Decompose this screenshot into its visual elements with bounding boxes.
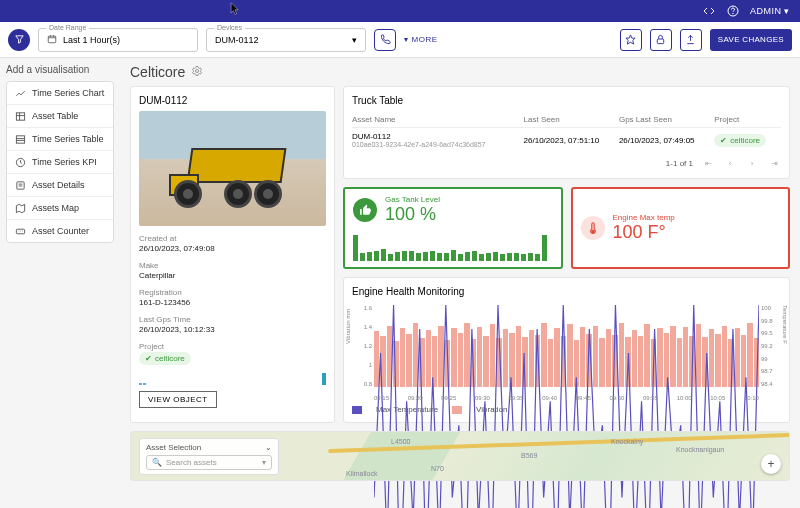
chevron-down-icon: ▾: [352, 35, 357, 45]
project-badge: ✔celticore: [139, 352, 191, 365]
table-icon: [14, 110, 26, 122]
truck-table-title: Truck Table: [352, 95, 781, 106]
page-last[interactable]: ⇥: [767, 156, 781, 170]
page-prev[interactable]: ‹: [723, 156, 737, 170]
gas-tank-sparkline: [353, 235, 553, 261]
table-head: Asset NameLast SeenGps Last SeenProject: [352, 112, 781, 128]
svg-rect-2: [48, 36, 56, 43]
assets-map[interactable]: L4500 B569 N70 Knockainy Kilmallock Knoc…: [130, 431, 790, 481]
asset-search-input[interactable]: 🔍Search assets▾: [146, 455, 272, 470]
devices-label: Devices: [214, 24, 245, 31]
y-right-label: Temperature F: [782, 305, 788, 344]
svg-point-1: [733, 13, 734, 14]
project-badge: ✔celticore: [714, 134, 766, 147]
table-icon: [14, 133, 26, 145]
chevron-down-icon: ▾: [262, 458, 266, 467]
vis-time-series-table[interactable]: Time Series Table: [7, 128, 113, 151]
admin-menu[interactable]: ADMIN ▾: [750, 6, 790, 16]
vis-asset-counter[interactable]: Asset Counter: [7, 220, 113, 242]
asset-meta: Created at26/10/2023, 07:49:08 MakeCater…: [139, 234, 326, 365]
gear-icon[interactable]: [191, 64, 203, 80]
vis-asset-details[interactable]: Asset Details: [7, 174, 113, 197]
svg-rect-6: [16, 135, 24, 142]
svg-marker-9: [16, 204, 24, 212]
toolbar: Date Range Last 1 Hour(s) Devices DUM-01…: [0, 22, 800, 58]
lock-button[interactable]: [650, 29, 672, 51]
chevron-down-icon[interactable]: ⌄: [265, 443, 272, 452]
svg-point-12: [591, 230, 593, 232]
svg-point-11: [196, 70, 199, 73]
vis-asset-table[interactable]: Asset Table: [7, 105, 113, 128]
vis-list: Time Series Chart Asset Table Time Serie…: [6, 81, 114, 243]
daterange-value: Last 1 Hour(s): [63, 35, 120, 45]
svg-rect-5: [16, 112, 24, 119]
daterange-label: Date Range: [46, 24, 89, 31]
clock-icon: [14, 156, 26, 168]
vis-time-series-kpi[interactable]: Time Series KPI: [7, 151, 113, 174]
table-row[interactable]: DUM-0112010ae031-9234-42e7-a249-6ad74c36…: [352, 128, 781, 152]
page-next[interactable]: ›: [745, 156, 759, 170]
devices-value: DUM-0112: [215, 35, 259, 45]
sidebar: Add a visualisation Time Series Chart As…: [0, 58, 120, 508]
asset-image: [139, 111, 326, 226]
more-button[interactable]: ▾MORE: [404, 35, 438, 44]
phone-button[interactable]: [374, 29, 396, 51]
vis-assets-map[interactable]: Assets Map: [7, 197, 113, 220]
legend-swatch-temp: [352, 406, 362, 414]
counter-icon: [14, 225, 26, 237]
help-icon[interactable]: [726, 4, 740, 18]
asset-selection-panel: Asset Selection⌄ 🔍Search assets▾: [139, 438, 279, 475]
check-icon: ✔: [145, 354, 152, 363]
engine-title: Engine Health Monitoring: [352, 286, 781, 297]
asset-detail-card: DUM-0112 Created at26/10/2023, 07:49:08 …: [130, 86, 335, 423]
vis-time-series-chart[interactable]: Time Series Chart: [7, 82, 113, 105]
devices-field-wrap: Devices DUM-0112 ▾: [206, 28, 366, 52]
map-add-button[interactable]: +: [761, 454, 781, 474]
engine-chart: 1.61.41.210.8 Vibration mm 10099.899.599…: [352, 301, 781, 401]
chart-icon: [14, 87, 26, 99]
svg-marker-3: [626, 35, 635, 44]
asset-name: DUM-0112: [139, 95, 326, 106]
asset-selection-title: Asset Selection: [146, 443, 201, 452]
asset-sparkline: [139, 373, 326, 385]
topbar: ADMIN ▾: [0, 0, 800, 22]
y-left-label: Vibration mm: [345, 309, 351, 344]
sidebar-title: Add a visualisation: [6, 64, 114, 75]
calendar-icon: [47, 34, 57, 46]
devices-field[interactable]: DUM-0112 ▾: [206, 28, 366, 52]
code-icon[interactable]: [702, 4, 716, 18]
save-changes-button[interactable]: SAVE CHANGES: [710, 29, 792, 51]
pager: 1-1 of 1 ⇤ ‹ › ⇥: [352, 156, 781, 170]
star-button[interactable]: [620, 29, 642, 51]
details-icon: [14, 179, 26, 191]
filter-button[interactable]: [8, 29, 30, 51]
thermometer-icon: [581, 216, 605, 240]
svg-rect-4: [658, 39, 664, 44]
upload-button[interactable]: [680, 29, 702, 51]
page-title: Celticore: [130, 64, 790, 80]
view-object-button[interactable]: VIEW OBJECT: [139, 391, 217, 408]
map-icon: [14, 202, 26, 214]
check-icon: ✔: [720, 136, 727, 145]
truck-table-card: Truck Table Asset NameLast SeenGps Last …: [343, 86, 790, 179]
page-first[interactable]: ⇤: [701, 156, 715, 170]
kpi-gas-tank: Gas Tank Level100 %: [343, 187, 563, 269]
engine-health-card: Engine Health Monitoring 1.61.41.210.8 V…: [343, 277, 790, 423]
daterange-field[interactable]: Last 1 Hour(s): [38, 28, 198, 52]
thumbs-up-icon: [353, 198, 377, 222]
kpi-engine-temp: Engine Max temp100 F°: [571, 187, 791, 269]
chevron-down-icon: ▾: [404, 35, 409, 44]
daterange-field-wrap: Date Range Last 1 Hour(s): [38, 28, 198, 52]
search-icon: 🔍: [152, 458, 162, 467]
